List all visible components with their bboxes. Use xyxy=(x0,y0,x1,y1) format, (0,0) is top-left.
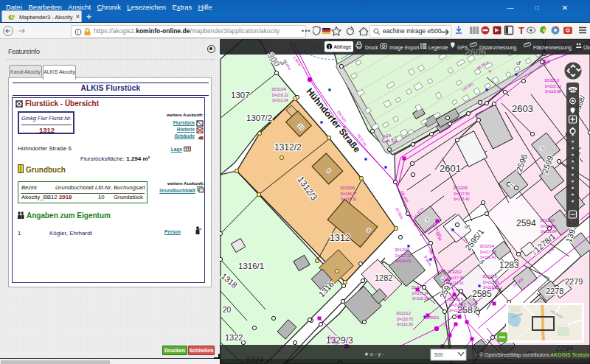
svg-text:513: 513 xyxy=(412,285,420,290)
svg-text:S=213.39: S=213.39 xyxy=(397,322,413,326)
svg-text:Legende: Legende xyxy=(428,45,448,51)
svg-text:S=215.14: S=215.14 xyxy=(412,296,428,301)
svg-text:+2A: +2A xyxy=(384,133,392,138)
svg-text:D=219.21: D=219.21 xyxy=(541,224,557,228)
svg-text:1283: 1283 xyxy=(499,260,519,270)
svg-text:303206: 303206 xyxy=(453,186,468,190)
svg-text:1307/2: 1307/2 xyxy=(246,113,272,122)
svg-text:❖ x: - y: -: ❖ x: - y: - xyxy=(364,351,385,357)
svg-text:S=213.24: S=213.24 xyxy=(272,98,288,102)
svg-text:S=214.31: S=214.31 xyxy=(341,197,357,201)
svg-text:301200: 301200 xyxy=(395,248,410,252)
svg-text:Flächenmessung: Flächenmessung xyxy=(533,45,572,51)
svg-text:1322: 1322 xyxy=(225,333,243,342)
svg-text:Abfrage: Abfrage xyxy=(334,44,352,50)
svg-text:D=217.23: D=217.23 xyxy=(395,253,412,258)
svg-text:T: T xyxy=(518,25,524,36)
svg-text:302220: 302220 xyxy=(540,218,555,223)
svg-text:D=218.65: D=218.65 xyxy=(483,280,499,284)
svg-text:oF: oF xyxy=(516,60,522,66)
svg-text:D=215.75: D=215.75 xyxy=(397,317,413,321)
svg-text:1312: 1312 xyxy=(330,233,350,243)
svg-text:D=216.77: D=216.77 xyxy=(341,192,357,196)
svg-text:1312/2: 1312/2 xyxy=(274,142,302,153)
svg-text:1282: 1282 xyxy=(375,273,392,282)
svg-text:S=215.40: S=215.40 xyxy=(454,197,470,201)
svg-text:Über...: Über... xyxy=(583,45,590,50)
svg-text:S=214.31: S=214.31 xyxy=(448,281,464,285)
svg-text:Grau 791: Grau 791 xyxy=(382,139,398,143)
svg-text:oF: oF xyxy=(479,259,485,265)
svg-text:2585: 2585 xyxy=(472,289,492,299)
svg-text:2601: 2601 xyxy=(440,163,461,174)
svg-text:1307: 1307 xyxy=(231,91,250,99)
svg-text:i: i xyxy=(329,44,330,49)
svg-text:302212: 302212 xyxy=(396,311,412,315)
svg-text:303106: 303106 xyxy=(340,186,355,190)
svg-text:2606: 2606 xyxy=(464,46,487,57)
svg-text:D=217.52: D=217.52 xyxy=(454,192,470,196)
svg-text:AKOGIS Teststellung: AKOGIS Teststellung xyxy=(550,352,590,358)
svg-text:D=217.46: D=217.46 xyxy=(480,250,496,254)
svg-text:302216: 302216 xyxy=(448,297,464,301)
svg-text:G=218.17: G=218.17 xyxy=(449,303,465,307)
svg-text:S=216.84: S=216.84 xyxy=(541,229,557,234)
svg-text:303202: 303202 xyxy=(447,270,462,274)
svg-text:1316/1: 1316/1 xyxy=(238,262,264,270)
svg-text:i: i xyxy=(77,29,79,35)
svg-text:303204: 303204 xyxy=(479,244,495,248)
svg-text:S=216.23: S=216.23 xyxy=(483,285,499,290)
svg-text:D=216.22: D=216.22 xyxy=(272,93,288,97)
svg-text:S=214.01: S=214.01 xyxy=(395,259,412,263)
svg-text:S=218.98: S=218.98 xyxy=(545,89,561,94)
svg-text:S=215.41: S=215.41 xyxy=(480,255,496,259)
svg-text:2594: 2594 xyxy=(516,218,536,228)
svg-text:2279: 2279 xyxy=(565,277,583,286)
svg-text:20: 20 xyxy=(223,306,232,314)
svg-text:© OpenStreetMap contributors: © OpenStreetMap contributors xyxy=(479,352,550,358)
svg-text:D=217.49: D=217.49 xyxy=(448,276,464,280)
svg-text:B8/5001: B8/5001 xyxy=(424,315,440,320)
svg-text:Image Export: Image Export xyxy=(389,45,420,51)
svg-text:302218: 302218 xyxy=(482,274,498,279)
svg-text:S=215.91: S=215.91 xyxy=(449,308,465,312)
svg-text:oF: oF xyxy=(465,224,471,229)
svg-text:D=220.33: D=220.33 xyxy=(545,84,561,88)
svg-text:2603: 2603 xyxy=(512,103,533,114)
svg-text:D=217.24: D=217.24 xyxy=(412,291,428,295)
svg-text:303104: 303104 xyxy=(271,87,287,91)
svg-text:303210: 303210 xyxy=(544,78,560,83)
svg-text:Druck: Druck xyxy=(365,45,378,50)
svg-text:500: 500 xyxy=(434,352,443,357)
svg-text:2278: 2278 xyxy=(546,287,563,295)
